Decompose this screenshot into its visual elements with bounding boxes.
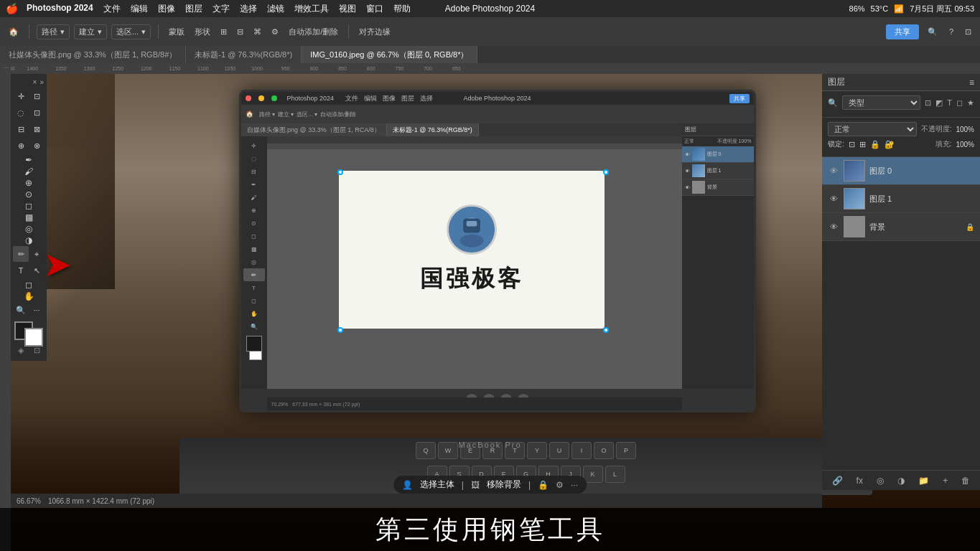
color-boxes[interactable] <box>14 321 43 339</box>
tab-img0160[interactable]: IMG_0160.jpeg @ 66.7%（图层 0, RGB/8*） <box>302 46 477 63</box>
remove-bg-button[interactable]: 移除背景 <box>487 479 521 491</box>
marquee-tool[interactable]: ⊡ <box>29 105 45 121</box>
layer-item-1[interactable]: 👁 图层 1 <box>822 185 980 213</box>
more-sel-icon[interactable]: ··· <box>571 480 578 490</box>
shape-tool[interactable]: ◻ <box>13 279 45 290</box>
delete-layer-icon[interactable]: 🗑 <box>961 476 970 486</box>
app-name-menu[interactable]: Photoshop 2024 <box>27 3 93 15</box>
zoom-3d-row: 🔍 ··· <box>13 302 45 318</box>
add-style-icon[interactable]: fx <box>857 476 863 486</box>
panel-menu-icon[interactable]: ≡ <box>969 77 974 88</box>
menu-edit[interactable]: 编辑 <box>131 3 148 15</box>
lock-artboard-icon[interactable]: 🔒 <box>870 140 880 149</box>
shape-layer-icon[interactable]: ◻ <box>956 98 963 108</box>
gradient-tool[interactable]: ▩ <box>13 212 45 222</box>
menu-layer[interactable]: 图层 <box>185 3 202 15</box>
effect-layer-icon[interactable]: ★ <box>967 98 974 108</box>
warp-icon[interactable]: ⌘ <box>251 26 264 38</box>
measure-tool[interactable]: ⊕ <box>13 138 29 154</box>
layer-item-bg[interactable]: 👁 背景 🔒 <box>822 213 980 241</box>
more-tools[interactable]: ··· <box>29 302 45 318</box>
path-dropdown[interactable]: 路径 ▾ <box>37 24 70 39</box>
adjust-icon[interactable]: ◩ <box>935 98 943 108</box>
move-tool[interactable]: ✛ <box>13 88 29 104</box>
select-subject-button[interactable]: 选择主体 <box>420 479 454 491</box>
lock-all-icon[interactable]: 🔐 <box>885 140 895 149</box>
ruler-tick-900: 900 <box>299 66 328 71</box>
search-icon[interactable]: 🔍 <box>925 26 941 38</box>
ruler-tool[interactable]: ⊗ <box>29 138 45 154</box>
text-tool[interactable]: T <box>13 263 29 278</box>
lasso-tool[interactable]: ◌ <box>13 105 29 121</box>
settings-sel-icon[interactable]: ⚙ <box>556 480 564 490</box>
design-avatar <box>447 204 497 255</box>
shape-button[interactable]: 形状 <box>192 25 213 39</box>
text-layer-icon[interactable]: T <box>947 98 952 107</box>
healing-tool[interactable]: ⊕ <box>13 177 45 188</box>
zoom-tool[interactable]: 🔍 <box>13 302 29 318</box>
search-icon[interactable]: 🔍 <box>828 98 838 108</box>
lock-sel-icon[interactable]: 🔒 <box>538 480 549 490</box>
dodge-tool[interactable]: ◑ <box>13 235 45 245</box>
brush-tool[interactable]: 🖌 <box>13 166 45 176</box>
mask-button[interactable]: 蒙版 <box>166 25 187 39</box>
artboard-tool[interactable]: ⊡ <box>29 88 45 104</box>
layer-bg-visibility[interactable]: 👁 <box>828 221 839 232</box>
apple-menu[interactable]: 🍎 <box>6 3 18 14</box>
perspective-tool[interactable]: ⊠ <box>29 121 45 137</box>
menu-image[interactable]: 图像 <box>158 3 175 15</box>
menu-plugins[interactable]: 增效工具 <box>294 3 329 15</box>
gear-icon[interactable]: ⚙ <box>269 26 281 38</box>
tools-panel: × » ✛ ⊡ ◌ ⊡ ⊟ ⊠ ⊕ ⊗ ✒ 🖌 ⊕ ⊙ ◻ ▩ ◎ ◑ ✏ ⌖ … <box>11 74 47 361</box>
tab-untitled[interactable]: 未标题-1 @ 76.3%(RGB/8*) <box>186 46 302 63</box>
tab-social-image[interactable]: 社媒体头像图.png @ 33.3%（图层 1, RGB/8#） <box>0 46 186 63</box>
menu-help[interactable]: 帮助 <box>393 3 411 15</box>
inner-close-dot <box>246 95 251 101</box>
add-group-icon[interactable]: 📁 <box>918 476 929 486</box>
layer-0-visibility[interactable]: 👁 <box>828 165 839 176</box>
hand-tool[interactable]: ✋ <box>13 291 45 301</box>
layer-type-dropdown[interactable]: 类型 <box>842 95 920 110</box>
help-icon[interactable]: ? <box>946 26 956 37</box>
menu-text[interactable]: 文字 <box>213 3 230 15</box>
pen-tool[interactable]: ✏ <box>13 246 29 262</box>
align-icon[interactable]: ⊞ <box>218 26 230 38</box>
menu-file[interactable]: 文件 <box>103 3 121 15</box>
menu-window[interactable]: 窗口 <box>366 3 383 15</box>
close-panel-icon[interactable]: × <box>33 78 37 86</box>
expand-panel-icon[interactable]: » <box>39 78 44 86</box>
menu-view[interactable]: 视图 <box>339 3 356 15</box>
path-selection-tool[interactable]: ↖ <box>29 263 45 278</box>
build-dropdown[interactable]: 建立 ▾ <box>74 24 107 39</box>
inner-text-tool: T <box>243 281 265 294</box>
background-color[interactable] <box>24 328 43 347</box>
layer-1-visibility[interactable]: 👁 <box>828 193 839 204</box>
distribute-icon[interactable]: ⊟ <box>234 26 246 38</box>
menu-bar: 🍎 Photoshop 2024 文件 编辑 图像 图层 文字 选择 滤镜 增效… <box>0 0 980 17</box>
add-mask-icon[interactable]: ◎ <box>877 476 884 486</box>
blend-mode-dropdown[interactable]: 正常 <box>828 122 917 136</box>
eraser-tool[interactable]: ◻ <box>13 200 45 211</box>
pixel-icon[interactable]: ⊡ <box>925 98 931 108</box>
menu-select[interactable]: 选择 <box>240 3 257 15</box>
share-button[interactable]: 共享 <box>886 24 919 39</box>
separator-sel: | <box>462 480 464 490</box>
add-adjustment-icon[interactable]: ◑ <box>897 476 905 486</box>
home-button[interactable]: 🏠 <box>6 26 22 38</box>
clone-tool[interactable]: ⊙ <box>13 189 45 199</box>
separator-sel2: | <box>528 480 531 490</box>
select-dropdown[interactable]: 选区... ▾ <box>111 24 151 39</box>
lock-position-icon[interactable]: ⊞ <box>859 140 866 149</box>
blur-tool[interactable]: ◎ <box>13 223 45 234</box>
lock-pixel-icon[interactable]: ⊡ <box>849 140 855 149</box>
freeform-pen-tool[interactable]: ⌖ <box>29 246 45 262</box>
link-layers-icon[interactable]: 🔗 <box>832 476 843 486</box>
new-layer-icon[interactable]: + <box>943 476 948 486</box>
layer-item-0[interactable]: 👁 图层 0 <box>822 157 980 185</box>
eyedropper-tool[interactable]: ✒ <box>13 154 45 165</box>
datetime: 7月5日 周五 09:53 <box>910 4 974 14</box>
key-y: Y <box>527 442 547 459</box>
arrange-icon[interactable]: ⊡ <box>962 26 974 38</box>
crop-tool[interactable]: ⊟ <box>13 121 29 137</box>
menu-filter[interactable]: 滤镜 <box>267 3 284 15</box>
